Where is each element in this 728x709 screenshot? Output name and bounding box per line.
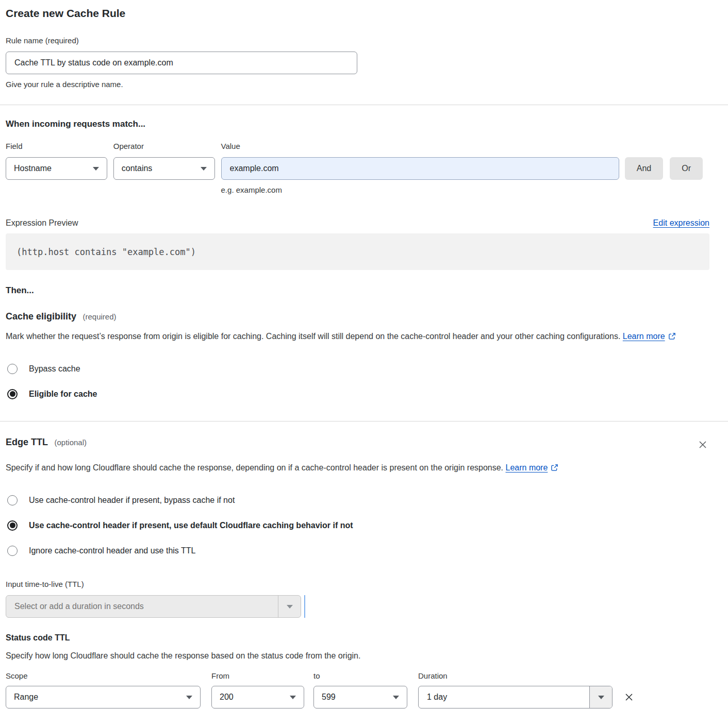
edge-ttl-radio-bypass[interactable] (7, 495, 18, 505)
eligible-for-cache-label: Eligible for cache (29, 390, 97, 399)
close-icon[interactable] (696, 438, 709, 453)
duration-combobox[interactable] (418, 686, 613, 708)
edit-expression-link[interactable]: Edit expression (653, 218, 709, 228)
scope-label: Scope (6, 670, 201, 682)
caret-down-icon (186, 696, 192, 699)
and-button[interactable]: And (625, 157, 663, 180)
or-button[interactable]: Or (670, 157, 703, 180)
edge-ttl-radio-default[interactable] (7, 520, 18, 531)
status-code-ttl-description: Specify how long Cloudflare should cache… (6, 650, 709, 662)
required-tag: (required) (83, 312, 117, 321)
duration-caret-button[interactable] (589, 686, 612, 708)
status-code-ttl-row: Scope Range From 200 to 599 (6, 670, 709, 708)
rule-name-label: Rule name (required) (6, 35, 709, 46)
cache-eligibility-description: Mark whether the request’s response from… (6, 329, 699, 344)
expression-preview-label: Expression Preview (6, 218, 78, 228)
to-label: to (313, 670, 407, 682)
expression-code: (http.host contains "example.com") (16, 247, 196, 257)
create-cache-rule-form: Create new Cache Rule Rule name (require… (0, 0, 728, 709)
field-label: Field (6, 141, 107, 152)
caret-down-icon (393, 696, 399, 699)
scope-select-value: Range (14, 693, 38, 702)
edge-ttl-option-bypass-label: Use cache-control header if present, byp… (29, 496, 235, 505)
duration-input[interactable] (419, 686, 589, 708)
scope-select[interactable]: Range (6, 686, 201, 708)
from-label: From (211, 670, 304, 682)
caret-down-icon (598, 696, 604, 699)
edge-ttl-learn-more-link[interactable]: Learn more (506, 463, 548, 472)
cache-eligibility-heading: Cache eligibility (required) (6, 311, 709, 322)
edge-ttl-option-ignore-label: Ignore cache-control header and use this… (29, 546, 195, 555)
value-input[interactable] (221, 157, 619, 180)
rule-name-input[interactable] (6, 52, 357, 74)
optional-tag: (optional) (54, 438, 87, 447)
rule-name-help: Give your rule a descriptive name. (6, 79, 709, 90)
field-select-value: Hostname (14, 164, 52, 173)
ttl-duration-caret-button[interactable] (278, 596, 301, 617)
ttl-input-group: Input time-to-live (TTL) (6, 579, 709, 618)
bypass-cache-radio[interactable] (7, 364, 18, 374)
duration-label: Duration (418, 670, 613, 682)
external-link-icon (668, 332, 676, 340)
caret-down-icon (201, 167, 207, 171)
from-select[interactable]: 200 (211, 686, 304, 708)
rule-name-group: Rule name (required) Give your rule a de… (6, 35, 709, 90)
section-divider (0, 421, 728, 421)
field-select[interactable]: Hostname (6, 157, 107, 180)
cache-eligibility-learn-more-link[interactable]: Learn more (623, 332, 665, 341)
ttl-input-label: Input time-to-live (TTL) (6, 579, 709, 590)
to-select[interactable]: 599 (313, 686, 407, 708)
eligible-for-cache-radio[interactable] (7, 389, 18, 399)
operator-select-value: contains (122, 164, 153, 173)
ttl-duration-input[interactable] (6, 596, 278, 617)
bypass-cache-option[interactable]: Bypass cache (6, 356, 709, 381)
status-code-ttl-heading: Status code TTL (6, 633, 709, 643)
then-heading: Then... (6, 285, 709, 296)
external-link-icon (551, 464, 558, 471)
section-divider (0, 105, 728, 105)
edge-ttl-description: Specify if and how long Cloudflare shoul… (6, 461, 575, 475)
edge-ttl-options: Use cache-control header if present, byp… (6, 487, 709, 563)
match-heading: When incoming requests match... (6, 119, 709, 129)
edge-ttl-option-default-label: Use cache-control header if present, use… (29, 521, 353, 530)
match-condition-row: Field Hostname Operator contains Value e… (6, 141, 709, 196)
cache-eligibility-options: Bypass cache Eligible for cache (6, 356, 709, 407)
edge-ttl-radio-ignore[interactable] (7, 546, 18, 556)
expression-preview-box: (http.host contains "example.com") (6, 233, 709, 270)
edge-ttl-description-text: Specify if and how long Cloudflare shoul… (6, 463, 503, 472)
cache-eligibility-section: Cache eligibility (required) Mark whethe… (6, 311, 709, 407)
edge-ttl-option-ignore[interactable]: Ignore cache-control header and use this… (6, 538, 709, 563)
eligible-for-cache-option[interactable]: Eligible for cache (6, 381, 709, 407)
status-code-ttl-section: Status code TTL Specify how long Cloudfl… (6, 633, 709, 708)
edge-ttl-option-default[interactable]: Use cache-control header if present, use… (6, 513, 709, 538)
value-help: e.g. example.com (221, 184, 619, 196)
cache-eligibility-description-text: Mark whether the request’s response from… (6, 332, 620, 341)
edge-ttl-section: Edge TTL (optional) Specify if and how l… (6, 437, 709, 708)
caret-down-icon (290, 696, 296, 699)
operator-select[interactable]: contains (113, 157, 215, 180)
ttl-duration-select[interactable] (6, 595, 301, 618)
operator-label: Operator (113, 141, 215, 152)
edge-ttl-option-bypass[interactable]: Use cache-control header if present, byp… (6, 487, 709, 513)
value-label: Value (221, 141, 619, 152)
caret-down-icon (287, 605, 293, 609)
bypass-cache-label: Bypass cache (29, 364, 80, 374)
caret-down-icon (93, 167, 99, 171)
delete-x-icon[interactable] (624, 670, 634, 704)
expression-preview-row: Expression Preview Edit expression (6, 218, 709, 228)
from-select-value: 200 (220, 693, 234, 702)
edge-ttl-heading: Edge TTL (optional) (6, 437, 87, 448)
to-select-value: 599 (322, 693, 336, 702)
edge-ttl-title: Edge TTL (6, 437, 48, 447)
focus-caret-bar (304, 595, 305, 618)
cache-eligibility-title: Cache eligibility (6, 311, 76, 322)
page-title: Create new Cache Rule (6, 7, 709, 20)
